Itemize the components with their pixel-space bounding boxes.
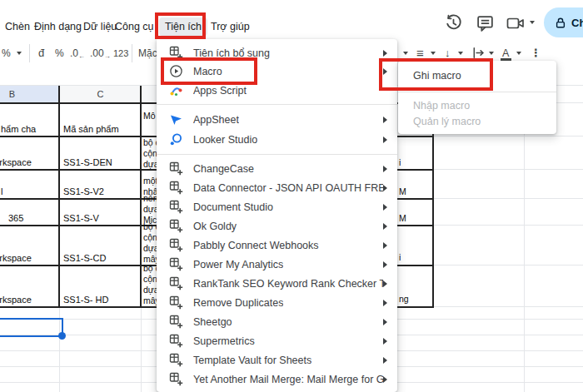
menu-item-label: Ok Goldy <box>193 221 237 232</box>
font-select[interactable]: Mặc <box>138 45 158 62</box>
share-label: Chia <box>571 17 583 29</box>
addon-grid-icon <box>169 161 183 176</box>
cell-text: ng <box>399 294 409 305</box>
menu-insert[interactable]: Chèn <box>5 17 30 36</box>
share-button[interactable]: Chia <box>544 7 583 37</box>
submenu-arrow-icon <box>383 357 387 364</box>
column-header-c[interactable]: C <box>60 86 141 103</box>
submenu-arrow-icon <box>383 300 387 306</box>
submenu-arrow-icon <box>383 50 387 57</box>
menu-item-label: Yet Another Mail Merge: Mail Merge for G… <box>193 374 383 385</box>
number-format-button[interactable]: 123 <box>113 45 128 62</box>
menu-item-label: Apps Script <box>193 85 247 97</box>
increase-decimal-button[interactable]: .00→ <box>90 45 111 62</box>
menu-item-label: Template Vault for Sheets <box>193 355 311 366</box>
cell-text: SS1-S-V2 <box>63 186 104 198</box>
submenu-divider <box>398 92 556 92</box>
video-call-icon[interactable] <box>506 14 526 32</box>
cell-text: SS1-S- HD <box>63 294 108 306</box>
menu-item-label: AppSheet <box>193 114 239 126</box>
annotation-box-record-macro <box>379 58 493 91</box>
menu-item-looker-studio[interactable]: Looker Studio <box>157 130 397 149</box>
submenu-arrow-icon <box>383 223 387 230</box>
table-border <box>58 86 60 308</box>
zoom-control[interactable]: % <box>2 45 11 62</box>
cell-text: hẩm cha <box>1 123 36 136</box>
menu-item-template-vault[interactable]: Template Vault for Sheets <box>157 350 397 370</box>
zoom-caret-icon[interactable] <box>17 52 22 55</box>
addon-grid-icon <box>169 257 183 271</box>
submenu-arrow-icon <box>383 204 387 211</box>
selected-cell[interactable] <box>0 318 63 337</box>
percent-format-button[interactable]: % <box>55 45 64 62</box>
menu-item-sheetgo[interactable]: Sheetgo <box>157 312 397 331</box>
menu-item-label: Power My Analytics <box>193 259 283 270</box>
addon-grid-icon <box>169 334 183 348</box>
menu-item-data-connector[interactable]: Data Connector - JSON API OAUTH FREE <box>157 178 397 197</box>
video-call-caret-icon[interactable] <box>530 21 535 24</box>
gridline-v <box>141 308 142 392</box>
gridline-h <box>433 265 583 265</box>
toolbar-divider <box>29 44 30 62</box>
annotation-box-extensions <box>155 12 206 39</box>
menu-item-appsheet[interactable]: AppSheet <box>157 110 397 129</box>
submenu-arrow-icon <box>383 376 387 383</box>
toolbar-caret-icon[interactable] <box>403 52 408 55</box>
menu-item-supermetrics[interactable]: Supermetrics <box>157 331 397 350</box>
decrease-decimal-button[interactable]: .0← <box>70 45 85 62</box>
lock-icon <box>555 17 566 29</box>
menu-format[interactable]: Định dạng <box>34 17 82 36</box>
menu-item-label: Pabbly Connect Webhooks <box>193 240 319 251</box>
more-options-button[interactable]: ⋮ <box>531 45 541 62</box>
menu-help[interactable]: Trợ giúp <box>211 17 250 36</box>
extensions-menu: Tiện ích bổ sung Macro Apps Script AppSh… <box>157 39 397 392</box>
menu-item-label: Document Studio <box>193 201 273 213</box>
addon-grid-icon <box>169 181 183 195</box>
menu-item-label: Supermetrics <box>193 335 255 347</box>
menu-item-ranktank[interactable]: RankTank SEO Keyword Rank Checker Tool <box>157 274 397 293</box>
gridline-h <box>433 225 583 226</box>
text-color-caret-icon[interactable] <box>516 52 521 55</box>
menu-item-remove-duplicates[interactable]: Remove Duplicates <box>157 293 397 312</box>
submenu-arrow-icon <box>383 136 387 143</box>
comment-icon[interactable] <box>476 13 495 32</box>
menu-item-power-my-analytics[interactable]: Power My Analytics <box>157 255 397 274</box>
cell-text: 365 <box>8 212 23 225</box>
table-border <box>140 86 142 308</box>
text-wrap-caret-icon[interactable] <box>489 52 494 55</box>
vertical-align-caret-icon[interactable] <box>458 52 463 55</box>
menu-item-document-studio[interactable]: Document Studio <box>157 197 397 216</box>
submenu-arrow-icon <box>383 242 387 249</box>
menu-item-label: Data Connector - JSON API OAUTH FREE <box>193 182 383 194</box>
addon-grid-icon <box>169 200 183 214</box>
cell-text: i <box>399 157 401 168</box>
submenu-item-manage-macros: Quản lý macro <box>398 112 556 131</box>
fill-handle[interactable] <box>58 332 66 340</box>
addon-grid-icon <box>169 219 183 233</box>
cell-text: SS1-S-V <box>63 212 99 225</box>
submenu-arrow-icon <box>383 185 387 191</box>
addon-grid-icon <box>169 295 183 310</box>
menu-item-label: Sheetgo <box>193 316 232 328</box>
menu-item-label: ChangeCase <box>193 163 254 175</box>
history-icon[interactable] <box>444 13 463 32</box>
toolbar-divider <box>132 44 132 62</box>
horizontal-align-caret-icon[interactable] <box>431 52 436 55</box>
column-header-b[interactable]: B <box>0 86 59 103</box>
menu-item-changecase[interactable]: ChangeCase <box>157 159 397 178</box>
apps-script-icon <box>169 83 183 97</box>
menu-tools[interactable]: Công cụ <box>115 17 154 36</box>
addon-grid-icon <box>169 353 183 367</box>
submenu-arrow-icon <box>383 338 387 345</box>
gridline-h <box>433 198 583 199</box>
appsheet-icon <box>169 112 183 127</box>
menu-item-yamm[interactable]: Yet Another Mail Merge: Mail Merge for G… <box>157 370 397 389</box>
menu-item-pabbly[interactable]: Pabbly Connect Webhooks <box>157 236 397 255</box>
submenu-arrow-icon <box>383 261 387 268</box>
currency-format-button[interactable]: đ <box>38 45 44 62</box>
menu-item-ok-goldy[interactable]: Ok Goldy <box>157 216 397 236</box>
menu-data[interactable]: Dữ liệu <box>83 17 117 36</box>
menu-divider <box>157 154 397 155</box>
gridline-h <box>433 306 583 307</box>
cell-text: Workspace <box>0 252 32 265</box>
